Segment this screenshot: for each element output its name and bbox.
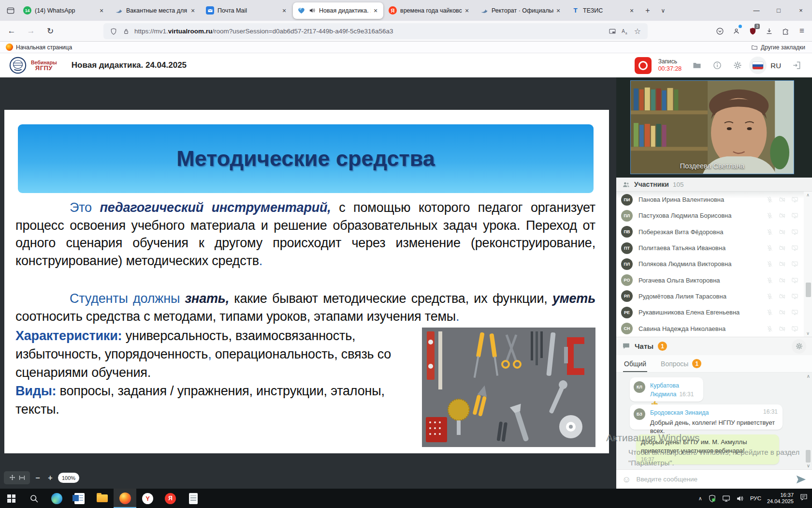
keyboard-language[interactable]: РУС	[750, 495, 761, 501]
scroll-up-icon[interactable]: ∧	[807, 374, 810, 379]
tab-audio-icon[interactable]	[309, 7, 316, 14]
scroll-down-icon[interactable]: ∨	[807, 463, 810, 468]
message-author[interactable]: Курбатова Людмила	[650, 382, 679, 398]
address-bar[interactable]: https://mv1.virtualroom.ru/room?userSess…	[103, 23, 648, 39]
scroll-up-icon[interactable]: ∧	[804, 193, 812, 197]
ublock-icon[interactable]: 3	[745, 23, 760, 39]
taskbar-yandex-button[interactable]: Я	[159, 489, 182, 508]
message-input[interactable]	[635, 475, 791, 483]
shield-icon[interactable]	[107, 25, 120, 38]
tab-close-icon[interactable]: ×	[97, 6, 106, 15]
message-author[interactable]: Бродовская Зинаида	[650, 409, 709, 416]
tab-close-icon[interactable]: ×	[188, 6, 198, 15]
taskbar-clock[interactable]: 16:37 24.04.2025	[767, 492, 794, 505]
lock-icon[interactable]	[120, 25, 132, 38]
participant-row[interactable]: ПВ Поберезкая Вита Фёдоровна	[616, 224, 812, 240]
taskbar-explorer-button[interactable]	[91, 489, 114, 508]
list-all-tabs-button[interactable]: ∨	[655, 3, 671, 18]
network-display-icon[interactable]	[722, 494, 730, 503]
record-button[interactable]	[635, 57, 652, 74]
chat-settings-gear-icon[interactable]	[792, 339, 806, 354]
participant-row[interactable]: ПЛ Пастухова Людмила Борисовна	[616, 208, 812, 224]
screen-off-icon	[791, 228, 798, 236]
tab-close-icon[interactable]: ×	[553, 6, 563, 15]
language-flag-icon[interactable]	[749, 57, 767, 74]
back-button[interactable]: ←	[4, 23, 19, 39]
pocket-icon[interactable]	[712, 23, 727, 39]
tray-expand-icon[interactable]: ∧	[698, 495, 702, 502]
settings-gear-icon[interactable]	[729, 57, 746, 74]
tab-close-icon[interactable]: ×	[462, 6, 472, 15]
taskbar-edge-button[interactable]	[45, 489, 68, 508]
bookmark-star-icon[interactable]: ☆	[631, 25, 644, 38]
extensions-icon[interactable]	[778, 23, 793, 39]
taskbar-search-button[interactable]	[23, 489, 45, 508]
tab-rectorat[interactable]: Ректорат · Официальный ×	[476, 2, 566, 19]
reload-button[interactable]: ↻	[43, 23, 58, 39]
tab-tezis[interactable]: Т ТЕЗИС ×	[567, 2, 639, 19]
tab-close-icon[interactable]: ×	[279, 6, 289, 15]
zoom-level-badge[interactable]: 100%	[58, 473, 79, 483]
antivirus-shield-icon[interactable]	[708, 494, 716, 503]
window-close-button[interactable]: ×	[790, 0, 812, 21]
chat-scroll-thumb[interactable]	[806, 450, 811, 463]
taskbar-firefox-button[interactable]	[114, 489, 136, 508]
tab-mail[interactable]: Почта Mail ×	[202, 2, 292, 19]
zoom-in-button[interactable]: +	[45, 471, 55, 484]
tab-webinar-active[interactable]: Новая дидактика. 24.0 ×	[293, 2, 383, 19]
tab-close-icon[interactable]: ×	[627, 6, 637, 15]
tab-whatsapp[interactable]: 14 (14) WhatsApp ×	[19, 2, 109, 19]
new-tab-button[interactable]: +	[640, 3, 655, 18]
window-maximize-button[interactable]: □	[768, 0, 790, 21]
chats-header: Чаты 1	[616, 337, 812, 355]
mic-off-icon	[766, 293, 773, 300]
taskbar-yandex-browser-button[interactable]: Y	[136, 489, 159, 508]
url-text[interactable]: https://mv1.virtualroom.ru/room?userSess…	[134, 28, 606, 35]
tab-general-chat[interactable]: Общий	[624, 355, 646, 372]
tab-yandex-search[interactable]: Я времена года чайковский ×	[384, 2, 475, 19]
translate-icon[interactable]	[619, 25, 631, 38]
participant-row[interactable]: РО Рогачева Ольга Викторовна	[616, 272, 812, 288]
participant-row[interactable]: ПТ Политаева Татьяна Ивановна	[616, 240, 812, 256]
zoom-out-button[interactable]: −	[33, 471, 43, 484]
pip-icon[interactable]	[606, 25, 619, 38]
other-bookmarks[interactable]: Другие закладки	[751, 44, 805, 51]
participant-row[interactable]: ПЛ Полякова Людмила Викторовна	[616, 256, 812, 272]
bookmark-home[interactable]: Начальная страница	[6, 44, 72, 51]
record-status: Запись 00:37:28	[658, 58, 682, 73]
volume-icon[interactable]	[736, 494, 744, 503]
language-code[interactable]: RU	[770, 61, 781, 70]
participant-row[interactable]: РЕ Рукавишникова Елена Евгеньевна	[616, 304, 812, 320]
taskbar-word-button[interactable]	[68, 489, 91, 508]
downloads-icon[interactable]	[762, 23, 776, 39]
start-button[interactable]	[0, 489, 23, 508]
taskbar-notepad-button[interactable]	[182, 489, 204, 508]
participants-scroll-thumb[interactable]	[806, 283, 811, 297]
screen-off-icon	[791, 196, 798, 203]
tab-vacancies[interactable]: Вакантные места для при ×	[110, 2, 201, 19]
participant-row[interactable]: СН Савина Надежда Николаевна	[616, 320, 812, 336]
participants-scrollbar[interactable]: ∧ ∨	[804, 192, 812, 337]
emoji-smiley-icon[interactable]: ☺	[622, 475, 631, 484]
speaker-video[interactable]	[630, 80, 794, 174]
send-message-icon[interactable]	[796, 474, 806, 485]
participant-row[interactable]: РЛ Рудомётова Лилия Тарасовна	[616, 288, 812, 304]
time: 16:37	[767, 492, 794, 498]
tab-close-icon[interactable]: ×	[371, 6, 380, 15]
files-folder-icon[interactable]	[688, 57, 706, 74]
webinar-logo-text: Вебинары ЯГПУ	[31, 60, 57, 71]
info-icon[interactable]	[709, 57, 726, 74]
slide-title: Методические средства	[176, 146, 435, 171]
forward-button[interactable]: →	[23, 23, 39, 39]
window-minimize-button[interactable]: —	[745, 0, 768, 21]
tab-questions-chat[interactable]: Вопросы1	[661, 355, 701, 372]
firefox-view-button[interactable]	[3, 3, 18, 18]
participant-row[interactable]: ПИ Панова Ирина Валентиновна	[616, 192, 812, 208]
menu-hamburger-icon[interactable]: ≡	[795, 23, 809, 39]
notification-center-icon[interactable]	[799, 493, 808, 504]
leave-room-icon[interactable]	[788, 57, 805, 74]
system-tray: ∧ РУС 16:37 24.04.2025	[698, 492, 812, 505]
account-icon[interactable]	[729, 23, 743, 39]
pan-tool-button[interactable]	[4, 471, 30, 484]
scroll-down-icon[interactable]: ∨	[804, 331, 812, 336]
